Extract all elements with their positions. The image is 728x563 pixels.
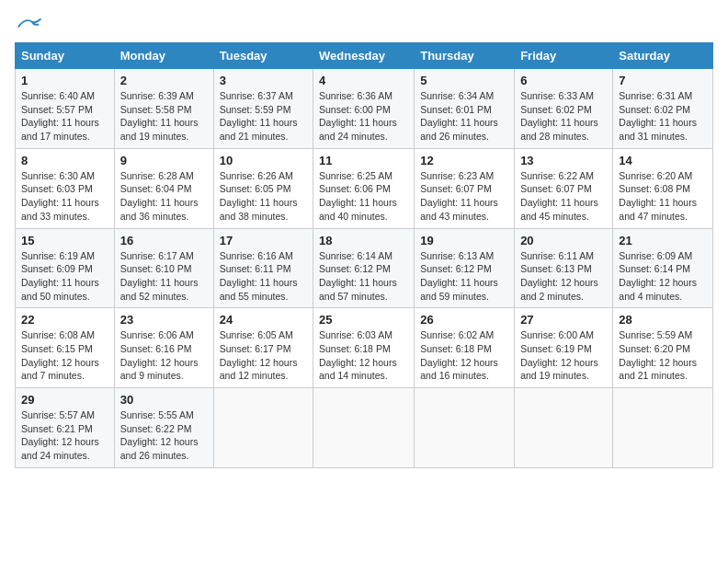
day-info: Sunrise: 6:08 AMSunset: 6:15 PMDaylight:… xyxy=(21,328,108,383)
day-info: Sunrise: 6:39 AMSunset: 5:58 PMDaylight:… xyxy=(120,89,208,144)
page-header xyxy=(15,15,713,31)
calendar-cell: 1Sunrise: 6:40 AMSunset: 5:57 PMDaylight… xyxy=(16,69,115,149)
weekday-header-tuesday: Tuesday xyxy=(213,43,313,69)
calendar-cell: 26Sunrise: 6:02 AMSunset: 6:18 PMDayligh… xyxy=(415,308,515,388)
day-number: 23 xyxy=(120,313,208,327)
day-number: 7 xyxy=(619,74,707,87)
calendar-cell: 17Sunrise: 6:16 AMSunset: 6:11 PMDayligh… xyxy=(213,228,313,308)
calendar-cell xyxy=(213,388,313,468)
day-number: 18 xyxy=(319,234,408,247)
calendar-cell: 2Sunrise: 6:39 AMSunset: 5:58 PMDaylight… xyxy=(114,69,213,149)
day-number: 9 xyxy=(120,154,208,167)
day-info: Sunrise: 6:13 AMSunset: 6:12 PMDaylight:… xyxy=(420,249,508,304)
weekday-header-monday: Monday xyxy=(114,43,213,69)
day-info: Sunrise: 6:26 AMSunset: 6:05 PMDaylight:… xyxy=(220,169,307,224)
day-number: 29 xyxy=(21,393,108,407)
calendar-cell: 10Sunrise: 6:26 AMSunset: 6:05 PMDayligh… xyxy=(213,148,313,228)
calendar-body: 1Sunrise: 6:40 AMSunset: 5:57 PMDaylight… xyxy=(16,69,713,468)
weekday-header-saturday: Saturday xyxy=(613,43,713,69)
calendar-cell: 8Sunrise: 6:30 AMSunset: 6:03 PMDaylight… xyxy=(16,148,115,228)
calendar-cell xyxy=(313,388,415,468)
calendar-cell: 14Sunrise: 6:20 AMSunset: 6:08 PMDayligh… xyxy=(613,148,713,228)
calendar-cell: 29Sunrise: 5:57 AMSunset: 6:21 PMDayligh… xyxy=(16,388,115,468)
logo-bird-icon xyxy=(15,15,42,31)
day-info: Sunrise: 6:17 AMSunset: 6:10 PMDaylight:… xyxy=(120,249,208,304)
day-info: Sunrise: 6:03 AMSunset: 6:18 PMDaylight:… xyxy=(319,328,408,383)
day-info: Sunrise: 6:31 AMSunset: 6:02 PMDaylight:… xyxy=(619,89,707,144)
day-info: Sunrise: 6:05 AMSunset: 6:17 PMDaylight:… xyxy=(220,328,307,383)
week-row-4: 22Sunrise: 6:08 AMSunset: 6:15 PMDayligh… xyxy=(16,308,713,388)
calendar-cell: 13Sunrise: 6:22 AMSunset: 6:07 PMDayligh… xyxy=(515,148,613,228)
calendar-cell: 24Sunrise: 6:05 AMSunset: 6:17 PMDayligh… xyxy=(213,308,313,388)
day-number: 1 xyxy=(21,74,108,87)
week-row-1: 1Sunrise: 6:40 AMSunset: 5:57 PMDaylight… xyxy=(16,69,713,149)
weekday-header-friday: Friday xyxy=(515,43,613,69)
week-row-3: 15Sunrise: 6:19 AMSunset: 6:09 PMDayligh… xyxy=(16,228,713,308)
calendar-cell: 21Sunrise: 6:09 AMSunset: 6:14 PMDayligh… xyxy=(613,228,713,308)
day-number: 28 xyxy=(619,313,707,327)
day-number: 5 xyxy=(420,74,508,87)
calendar-cell: 22Sunrise: 6:08 AMSunset: 6:15 PMDayligh… xyxy=(16,308,115,388)
calendar-cell: 28Sunrise: 5:59 AMSunset: 6:20 PMDayligh… xyxy=(613,308,713,388)
day-number: 17 xyxy=(220,234,307,247)
calendar-cell: 4Sunrise: 6:36 AMSunset: 6:00 PMDaylight… xyxy=(313,69,415,149)
day-info: Sunrise: 6:00 AMSunset: 6:19 PMDaylight:… xyxy=(520,328,607,383)
day-info: Sunrise: 5:59 AMSunset: 6:20 PMDaylight:… xyxy=(619,328,707,383)
calendar-cell: 20Sunrise: 6:11 AMSunset: 6:13 PMDayligh… xyxy=(515,228,613,308)
week-row-2: 8Sunrise: 6:30 AMSunset: 6:03 PMDaylight… xyxy=(16,148,713,228)
day-info: Sunrise: 6:34 AMSunset: 6:01 PMDaylight:… xyxy=(420,89,508,144)
day-info: Sunrise: 6:14 AMSunset: 6:12 PMDaylight:… xyxy=(319,249,408,304)
day-number: 22 xyxy=(21,313,108,327)
calendar-cell: 12Sunrise: 6:23 AMSunset: 6:07 PMDayligh… xyxy=(415,148,515,228)
day-number: 15 xyxy=(21,234,108,247)
day-info: Sunrise: 6:20 AMSunset: 6:08 PMDaylight:… xyxy=(619,169,707,224)
day-number: 25 xyxy=(319,313,408,327)
calendar-cell: 15Sunrise: 6:19 AMSunset: 6:09 PMDayligh… xyxy=(16,228,115,308)
day-info: Sunrise: 6:09 AMSunset: 6:14 PMDaylight:… xyxy=(619,249,707,304)
day-number: 30 xyxy=(120,393,208,407)
day-info: Sunrise: 6:30 AMSunset: 6:03 PMDaylight:… xyxy=(21,169,108,224)
day-number: 20 xyxy=(520,234,607,247)
calendar-cell: 5Sunrise: 6:34 AMSunset: 6:01 PMDaylight… xyxy=(415,69,515,149)
day-number: 16 xyxy=(120,234,208,247)
weekday-header-thursday: Thursday xyxy=(415,43,515,69)
day-number: 11 xyxy=(319,154,408,167)
logo xyxy=(15,15,50,31)
day-number: 6 xyxy=(520,74,607,87)
calendar-cell: 11Sunrise: 6:25 AMSunset: 6:06 PMDayligh… xyxy=(313,148,415,228)
day-number: 24 xyxy=(220,313,307,327)
day-info: Sunrise: 6:28 AMSunset: 6:04 PMDaylight:… xyxy=(120,169,208,224)
calendar-cell xyxy=(515,388,613,468)
week-row-5: 29Sunrise: 5:57 AMSunset: 6:21 PMDayligh… xyxy=(16,388,713,468)
day-number: 2 xyxy=(120,74,208,87)
weekday-header-row: SundayMondayTuesdayWednesdayThursdayFrid… xyxy=(16,43,713,69)
day-info: Sunrise: 6:11 AMSunset: 6:13 PMDaylight:… xyxy=(520,249,607,304)
day-number: 8 xyxy=(21,154,108,167)
day-info: Sunrise: 6:02 AMSunset: 6:18 PMDaylight:… xyxy=(420,328,508,383)
day-number: 12 xyxy=(420,154,508,167)
day-info: Sunrise: 6:22 AMSunset: 6:07 PMDaylight:… xyxy=(520,169,607,224)
day-number: 19 xyxy=(420,234,508,247)
day-number: 27 xyxy=(520,313,607,327)
calendar-cell: 9Sunrise: 6:28 AMSunset: 6:04 PMDaylight… xyxy=(114,148,213,228)
day-number: 13 xyxy=(520,154,607,167)
calendar-cell: 25Sunrise: 6:03 AMSunset: 6:18 PMDayligh… xyxy=(313,308,415,388)
calendar-cell: 18Sunrise: 6:14 AMSunset: 6:12 PMDayligh… xyxy=(313,228,415,308)
weekday-header-wednesday: Wednesday xyxy=(313,43,415,69)
day-info: Sunrise: 6:40 AMSunset: 5:57 PMDaylight:… xyxy=(21,89,108,144)
day-number: 3 xyxy=(220,74,307,87)
day-number: 21 xyxy=(619,234,707,247)
day-number: 14 xyxy=(619,154,707,167)
calendar-cell: 23Sunrise: 6:06 AMSunset: 6:16 PMDayligh… xyxy=(114,308,213,388)
calendar-table: SundayMondayTuesdayWednesdayThursdayFrid… xyxy=(15,42,713,468)
calendar-cell: 3Sunrise: 6:37 AMSunset: 5:59 PMDaylight… xyxy=(213,69,313,149)
day-number: 10 xyxy=(220,154,307,167)
calendar-cell xyxy=(613,388,713,468)
day-info: Sunrise: 6:06 AMSunset: 6:16 PMDaylight:… xyxy=(120,328,208,383)
calendar-cell: 6Sunrise: 6:33 AMSunset: 6:02 PMDaylight… xyxy=(515,69,613,149)
weekday-header-sunday: Sunday xyxy=(16,43,115,69)
calendar-cell: 30Sunrise: 5:55 AMSunset: 6:22 PMDayligh… xyxy=(114,388,213,468)
day-info: Sunrise: 5:57 AMSunset: 6:21 PMDaylight:… xyxy=(21,408,108,463)
day-number: 26 xyxy=(420,313,508,327)
calendar-cell: 16Sunrise: 6:17 AMSunset: 6:10 PMDayligh… xyxy=(114,228,213,308)
